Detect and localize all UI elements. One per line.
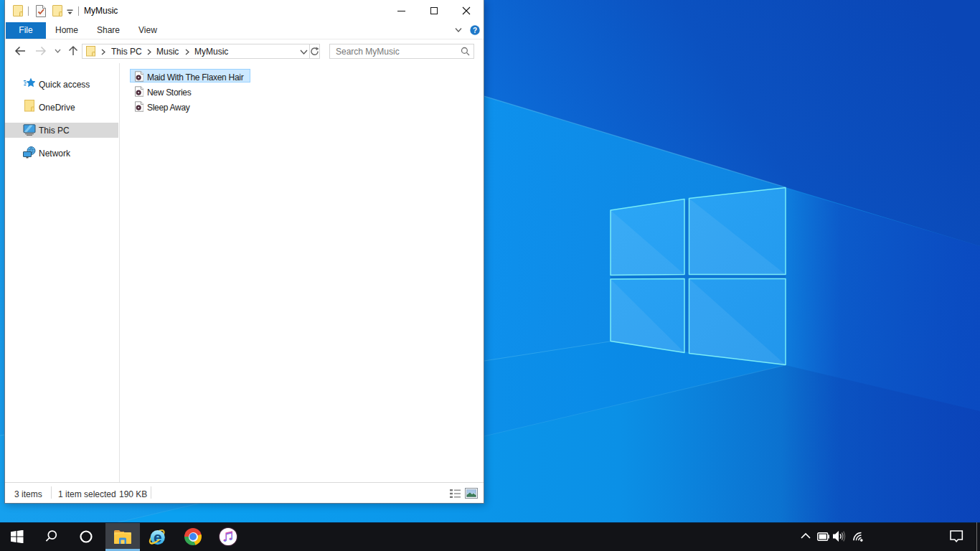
svg-text:?: ? [473, 27, 477, 34]
